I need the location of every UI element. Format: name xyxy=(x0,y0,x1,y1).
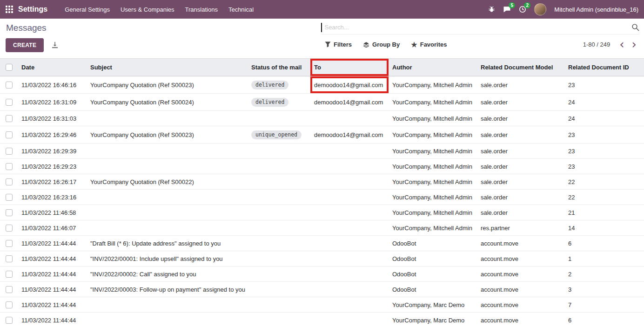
row-checkbox-cell[interactable] xyxy=(0,236,18,251)
row-checkbox[interactable] xyxy=(6,115,13,122)
row-checkbox[interactable] xyxy=(6,178,13,185)
cell-status[interactable]: delivered xyxy=(248,94,310,111)
cell-subject[interactable]: "Draft Bill (* 6): Update address" assig… xyxy=(87,236,248,251)
cell-date[interactable]: 11/03/2022 16:31:09 xyxy=(18,94,87,111)
row-checkbox-cell[interactable] xyxy=(0,111,18,126)
row-checkbox-cell[interactable] xyxy=(0,313,18,328)
row-checkbox[interactable] xyxy=(6,148,13,155)
cell-to[interactable] xyxy=(310,144,389,159)
cell-author[interactable]: YourCompany, Mitchell Admin xyxy=(389,205,477,220)
cell-doc-id[interactable]: 24 xyxy=(564,94,644,111)
cell-subject[interactable]: YourCompany Quotation (Ref S00022) xyxy=(87,174,248,190)
cell-subject[interactable] xyxy=(87,297,248,313)
cell-status[interactable] xyxy=(248,236,310,251)
cell-subject[interactable] xyxy=(87,159,248,174)
cell-model[interactable]: sale.order xyxy=(477,126,564,144)
cell-model[interactable]: sale.order xyxy=(477,190,564,205)
row-checkbox[interactable] xyxy=(6,131,13,138)
row-checkbox[interactable] xyxy=(6,255,13,262)
cell-status[interactable] xyxy=(248,313,310,328)
menu-item-technical[interactable]: Technical xyxy=(228,6,254,13)
row-checkbox[interactable] xyxy=(6,225,13,232)
column-header[interactable]: To xyxy=(310,59,389,76)
cell-model[interactable]: sale.order xyxy=(477,159,564,174)
cell-author[interactable]: OdooBot xyxy=(389,251,477,266)
cell-author[interactable]: YourCompany, Mitchell Admin xyxy=(389,144,477,159)
table-row[interactable]: 11/03/2022 16:46:16 YourCompany Quotatio… xyxy=(0,76,644,94)
table-row[interactable]: 11/03/2022 11:44:44 "INV/2022/00001: Inc… xyxy=(0,251,644,266)
row-checkbox[interactable] xyxy=(6,209,13,216)
column-header[interactable]: Related Document ID xyxy=(564,59,644,76)
cell-author[interactable]: YourCompany, Mitchell Admin xyxy=(389,174,477,190)
cell-subject[interactable] xyxy=(87,205,248,220)
table-row[interactable]: 11/03/2022 16:31:09 YourCompany Quotatio… xyxy=(0,94,644,111)
row-checkbox[interactable] xyxy=(6,317,13,324)
cell-model[interactable]: sale.order xyxy=(477,205,564,220)
cell-to[interactable] xyxy=(310,174,389,190)
cell-date[interactable]: 11/03/2022 11:46:07 xyxy=(18,220,87,236)
cell-model[interactable]: res.partner xyxy=(477,220,564,236)
cell-date[interactable]: 11/03/2022 16:26:17 xyxy=(18,174,87,190)
row-checkbox[interactable] xyxy=(6,286,13,293)
cell-author[interactable]: YourCompany, Mitchell Admin xyxy=(389,190,477,205)
cell-to[interactable] xyxy=(310,159,389,174)
table-row[interactable]: 11/03/2022 11:44:44 "INV/2022/00003: Fol… xyxy=(0,282,644,297)
cell-doc-id[interactable]: 24 xyxy=(564,111,644,126)
cell-model[interactable]: account.move xyxy=(477,266,564,282)
cell-model[interactable]: sale.order xyxy=(477,94,564,111)
cell-model[interactable]: account.move xyxy=(477,313,564,328)
cell-date[interactable]: 11/03/2022 11:46:58 xyxy=(18,205,87,220)
cell-date[interactable]: 11/03/2022 11:44:44 xyxy=(18,282,87,297)
pager-previous-icon[interactable]: ‹ xyxy=(617,40,627,49)
cell-status[interactable] xyxy=(248,174,310,190)
cell-status[interactable] xyxy=(248,190,310,205)
cell-model[interactable]: account.move xyxy=(477,251,564,266)
search-bar[interactable] xyxy=(321,20,639,34)
cell-date[interactable]: 11/03/2022 11:44:44 xyxy=(18,236,87,251)
filters-button[interactable]: Filters xyxy=(325,41,352,48)
cell-status[interactable]: delivered xyxy=(248,76,310,94)
cell-author[interactable]: YourCompany, Mitchell Admin xyxy=(389,220,477,236)
cell-date[interactable]: 11/03/2022 11:44:44 xyxy=(18,251,87,266)
cell-model[interactable]: sale.order xyxy=(477,174,564,190)
cell-to[interactable] xyxy=(310,282,389,297)
cell-model[interactable]: account.move xyxy=(477,282,564,297)
search-input[interactable] xyxy=(322,24,632,31)
select-all-cell[interactable] xyxy=(0,59,18,76)
row-checkbox[interactable] xyxy=(6,163,13,170)
cell-doc-id[interactable]: 22 xyxy=(564,174,644,190)
cell-status[interactable] xyxy=(248,266,310,282)
cell-doc-id[interactable]: 23 xyxy=(564,144,644,159)
cell-date[interactable]: 11/03/2022 16:29:23 xyxy=(18,159,87,174)
column-header[interactable]: Date xyxy=(18,59,87,76)
cell-status[interactable] xyxy=(248,144,310,159)
menu-item-translations[interactable]: Translations xyxy=(185,6,218,13)
cell-date[interactable]: 11/03/2022 16:31:03 xyxy=(18,111,87,126)
favorites-button[interactable]: ★ Favorites xyxy=(411,41,447,48)
cell-subject[interactable] xyxy=(87,190,248,205)
cell-model[interactable]: account.move xyxy=(477,236,564,251)
table-row[interactable]: 11/03/2022 11:44:44 "INV/2022/00002: Cal… xyxy=(0,266,644,282)
cell-subject[interactable]: YourCompany Quotation (Ref S00023) xyxy=(87,76,248,94)
table-row[interactable]: 11/03/2022 16:29:46 YourCompany Quotatio… xyxy=(0,126,644,144)
cell-to[interactable]: demoodoo14@gmail.com xyxy=(310,76,389,94)
cell-subject[interactable] xyxy=(87,313,248,328)
row-checkbox-cell[interactable] xyxy=(0,282,18,297)
cell-status[interactable] xyxy=(248,111,310,126)
cell-status[interactable] xyxy=(248,282,310,297)
cell-author[interactable]: YourCompany, Mitchell Admin xyxy=(389,111,477,126)
cell-model[interactable]: sale.order xyxy=(477,144,564,159)
cell-doc-id[interactable]: 7 xyxy=(564,297,644,313)
table-row[interactable]: 11/03/2022 16:26:17 YourCompany Quotatio… xyxy=(0,174,644,190)
row-checkbox-cell[interactable] xyxy=(0,144,18,159)
row-checkbox-cell[interactable] xyxy=(0,76,18,94)
cell-author[interactable]: YourCompany, Marc Demo xyxy=(389,297,477,313)
menu-item-general-settings[interactable]: General Settings xyxy=(65,6,110,13)
cell-date[interactable]: 11/03/2022 16:46:16 xyxy=(18,76,87,94)
cell-doc-id[interactable]: 21 xyxy=(564,205,644,220)
cell-date[interactable]: 11/03/2022 11:44:44 xyxy=(18,313,87,328)
column-header[interactable]: Status of the mail xyxy=(248,59,310,76)
cell-date[interactable]: 11/03/2022 16:23:16 xyxy=(18,190,87,205)
cell-status[interactable] xyxy=(248,159,310,174)
cell-subject[interactable]: "INV/2022/00002: Call" assigned to you xyxy=(87,266,248,282)
